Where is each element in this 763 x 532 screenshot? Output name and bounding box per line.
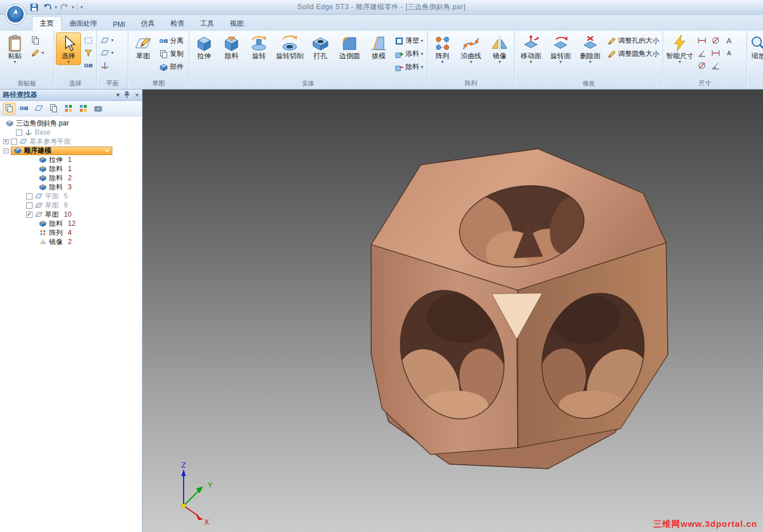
tab-tools[interactable]: 工具 — [192, 16, 222, 31]
draft-button[interactable]: 拔模 — [366, 33, 392, 60]
tab-inspect[interactable]: 检查 — [163, 16, 192, 31]
ribbon-group-select: 选择 ▾ 选择 — [54, 31, 97, 89]
layers-icon[interactable] — [33, 103, 45, 115]
coordinate-triad: Z Y X — [165, 461, 218, 525]
select-button[interactable]: 选择 ▾ — [56, 33, 81, 65]
close-icon[interactable]: × — [135, 91, 139, 99]
camera-view-icon[interactable] — [92, 103, 104, 115]
zoom-label: 缩放 — [752, 52, 763, 60]
copy-sketch-button[interactable]: 复制 — [157, 48, 185, 59]
tree-row-plane-5[interactable]: 平面 5 — [0, 192, 142, 201]
tab-view[interactable]: 视图 — [222, 16, 251, 31]
panel-menu-icon[interactable]: ▾ — [116, 91, 120, 99]
pattern-along-curve-button[interactable]: 沿曲线▾ — [456, 33, 485, 65]
application-button[interactable] — [5, 3, 26, 25]
collapse-icon[interactable]: − — [3, 148, 9, 153]
diameter-dimension-button[interactable] — [696, 60, 708, 71]
smart-dimension-button[interactable]: 智能尺寸▾ — [665, 33, 695, 65]
sketch-feature-icon — [35, 201, 43, 209]
paste-button[interactable]: 粘贴 ▾ — [2, 33, 28, 65]
coordinate-dimension-button[interactable] — [709, 48, 722, 58]
copy-button[interactable] — [29, 35, 46, 46]
revolve-icon — [250, 34, 268, 52]
zoom-button[interactable]: 缩放 — [749, 33, 763, 60]
sketch-label: 草图 — [136, 52, 150, 60]
undo-icon — [43, 3, 52, 12]
delete-face-button[interactable]: 删除面▾ — [576, 33, 604, 65]
resize-round-button[interactable]: 调整圆角大小 — [606, 48, 661, 59]
mirror-button[interactable]: 镜像▾ — [487, 33, 513, 65]
tree-row-sketch-9[interactable]: 草图 9 — [0, 201, 142, 210]
select-option-button[interactable] — [82, 35, 95, 46]
model-truncated-cube[interactable] — [143, 90, 763, 532]
checkbox-unchecked[interactable] — [16, 129, 22, 136]
add-material-button[interactable]: 添料▾ — [393, 48, 425, 59]
text-annotation-button[interactable]: A — [723, 35, 736, 46]
hole-button[interactable]: 打孔 — [307, 33, 334, 60]
3d-viewport[interactable]: Z Y X 三维网www.3dportal.cn — [143, 90, 763, 532]
format-painter-button[interactable]: ▾ — [29, 48, 46, 58]
expand-icon[interactable]: + — [3, 139, 9, 144]
sheets-icon[interactable] — [47, 103, 60, 115]
tree-row-cut-12[interactable]: 除料 12 — [0, 219, 142, 228]
tab-simulation[interactable]: 仿真 — [133, 16, 163, 31]
angle-coordinate-button[interactable] — [709, 60, 722, 71]
symmetric-dimension-button[interactable] — [709, 35, 722, 46]
save-button[interactable] — [29, 2, 40, 13]
select-clear-button[interactable] — [82, 60, 95, 71]
tree-row-cut-1[interactable]: 除料 1 — [0, 164, 142, 173]
tree-row-cut-2[interactable]: 除料 2 — [0, 173, 142, 182]
cut-button[interactable]: 除料 — [218, 33, 245, 60]
move-face-button[interactable]: 移动面▾ — [517, 33, 545, 65]
redo-button[interactable] — [59, 2, 70, 13]
undo-caret-icon[interactable]: ▾ — [55, 5, 57, 10]
color-manager-icon[interactable] — [77, 103, 90, 115]
tree-row-cut-3[interactable]: 除料 3 — [0, 182, 142, 192]
checkbox-checked[interactable]: ✓ — [26, 212, 33, 218]
checkbox-unchecked[interactable] — [26, 202, 33, 209]
family-table-icon[interactable] — [62, 103, 75, 115]
coordinate-system-button[interactable] — [99, 60, 115, 71]
tree-row-extrude-1[interactable]: 拉伸 1 — [0, 155, 142, 164]
cut-feature-icon — [39, 183, 47, 191]
undo-button[interactable] — [42, 2, 53, 13]
caret-icon: ▾ — [589, 60, 591, 64]
sketch-button[interactable]: 草图 — [130, 33, 156, 60]
text-annotation-small-button[interactable]: A — [723, 48, 736, 58]
select-filter-button[interactable] — [82, 48, 95, 58]
tab-pmi[interactable]: PMI — [105, 18, 133, 31]
pin-icon[interactable] — [123, 91, 131, 99]
distance-dimension-button[interactable] — [696, 35, 708, 46]
tree-row-base[interactable]: Base — [0, 128, 142, 137]
pattern-button[interactable]: 阵列▾ — [429, 33, 455, 65]
qat-customize-icon[interactable]: ▾ — [80, 5, 83, 10]
checkbox-unchecked[interactable] — [26, 193, 33, 200]
tab-home[interactable]: 主页 — [32, 16, 62, 31]
resize-hole-button[interactable]: 调整孔的大小 — [606, 35, 661, 46]
tree-row-ref-planes[interactable]: + 基本参考平面 — [0, 137, 142, 146]
tab-surfacing[interactable]: 曲面处理 — [62, 16, 105, 31]
tree-row-root[interactable]: 三边角倒斜角.par — [0, 119, 142, 128]
coincident-plane-button[interactable]: ▾ — [99, 48, 115, 58]
component-button[interactable]: 部件 — [157, 62, 185, 72]
revolve-button[interactable]: 旋转 — [246, 33, 272, 60]
active-feature-bar[interactable]: 顺序建模 ◄ — [11, 147, 112, 155]
more-planes-button[interactable]: ▾ — [99, 35, 115, 46]
tree-row-mirror-2[interactable]: 镜像 2 — [0, 237, 142, 246]
tree-row-sketch-10[interactable]: ✓ 草图 10 — [0, 210, 142, 219]
extrude-feature-icon — [39, 156, 47, 164]
detach-button[interactable]: 分离 — [157, 35, 185, 46]
redo-caret-icon[interactable]: ▾ — [72, 5, 74, 10]
remove-material-button[interactable]: 除料▾ — [393, 62, 425, 72]
pathfinder-tree-icon[interactable] — [3, 103, 15, 115]
revolved-cut-button[interactable]: 旋转切削 — [273, 33, 306, 60]
rotate-face-button[interactable]: 旋转面▾ — [546, 33, 575, 65]
extrude-button[interactable]: 拉伸 — [191, 33, 217, 60]
angle-dimension-button[interactable] — [696, 48, 708, 58]
round-button[interactable]: 边倒圆 — [335, 33, 364, 60]
tree-row-pattern-4[interactable]: 阵列 4 — [0, 228, 142, 237]
library-icon[interactable] — [18, 103, 30, 115]
thin-wall-button[interactable]: 薄壁▾ — [393, 35, 425, 46]
tree-row-ordered-modeling[interactable]: − 顺序建模 ◄ — [0, 146, 142, 155]
checkbox-unchecked[interactable] — [11, 139, 17, 145]
